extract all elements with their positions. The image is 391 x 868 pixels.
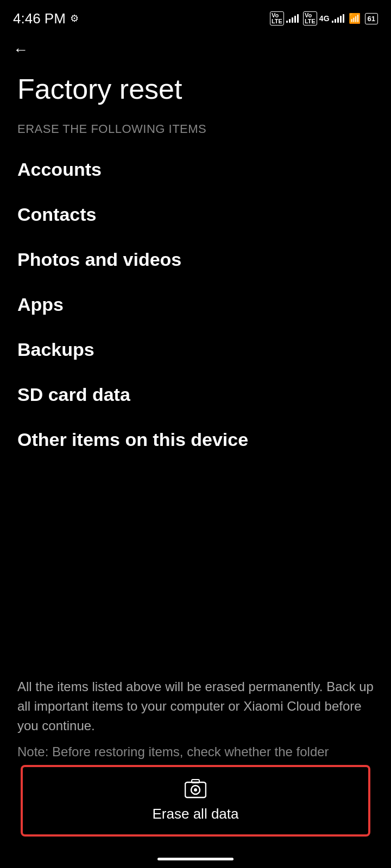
svg-point-2 (194, 788, 197, 792)
erase-item-contacts: Contacts (17, 192, 374, 237)
volte-badge-2: VoLTE (303, 11, 317, 25)
back-arrow-icon: ← (13, 41, 28, 58)
battery: 61 (365, 13, 378, 24)
erase-items-list: Accounts Contacts Photos and videos Apps… (0, 147, 391, 462)
status-left: 4:46 PM ⚙ (13, 10, 79, 27)
erase-item-sdcard: SD card data (17, 372, 374, 417)
erase-item-apps: Apps (17, 282, 374, 327)
erase-btn-icon (185, 779, 206, 800)
status-right: VoLTE VoLTE 4G 📶 (270, 11, 378, 25)
description-main: All the items listed above will be erase… (17, 677, 374, 736)
volte-badge-1: VoLTE (270, 11, 284, 25)
status-bar: 4:46 PM ⚙ VoLTE VoLTE 4G (0, 0, 391, 33)
erase-item-other: Other items on this device (17, 417, 374, 462)
erase-item-accounts: Accounts (17, 147, 374, 192)
erase-btn-label: Erase all data (153, 806, 239, 822)
signal-group-1: VoLTE (270, 11, 299, 25)
description-note: Note: Before restoring items, check whet… (17, 742, 374, 762)
erase-icon-svg (185, 779, 206, 799)
erase-item-photos: Photos and videos (17, 237, 374, 282)
gear-icon: ⚙ (70, 12, 79, 24)
home-indicator (157, 858, 234, 860)
wifi-icon: 📶 (349, 12, 361, 24)
description-area: All the items listed above will be erase… (0, 664, 391, 770)
signal-group-2: VoLTE 4G (303, 11, 344, 25)
back-button[interactable]: ← (0, 33, 391, 63)
svg-rect-3 (192, 780, 199, 783)
erase-item-backups: Backups (17, 327, 374, 372)
network-4g: 4G (319, 14, 330, 23)
signal-bars-1 (286, 14, 299, 23)
signal-bars-2 (332, 14, 344, 23)
page-title: Factory reset (0, 63, 391, 122)
battery-level: 61 (365, 13, 378, 24)
erase-btn-container: Erase all data (0, 766, 391, 835)
erase-all-data-button[interactable]: Erase all data (22, 766, 369, 835)
time-display: 4:46 PM (13, 10, 66, 27)
section-header: ERASE THE FOLLOWING ITEMS (0, 122, 391, 147)
